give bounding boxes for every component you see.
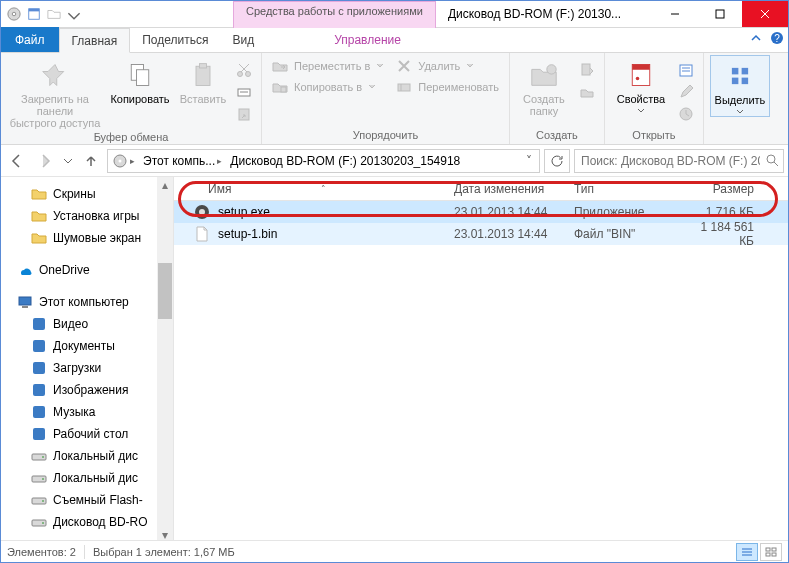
svg-line-34: [774, 162, 778, 166]
svg-rect-10: [196, 66, 210, 85]
properties-icon: [625, 59, 657, 91]
up-button[interactable]: [79, 149, 103, 173]
help-icon[interactable]: ?: [770, 31, 784, 45]
select-button[interactable]: Выделить: [710, 55, 770, 117]
breadcrumb-this-pc[interactable]: Этот компь...▸: [139, 150, 226, 172]
tab-share[interactable]: Поделиться: [130, 27, 220, 52]
svg-rect-36: [22, 306, 28, 308]
file-type: Приложение: [574, 205, 684, 219]
tree-node[interactable]: Рабочий стол: [1, 423, 173, 445]
open-mini-icon[interactable]: [675, 59, 697, 81]
group-new: Создать папку Создать: [510, 53, 605, 144]
minimize-button[interactable]: [652, 1, 697, 27]
window-controls: [652, 1, 788, 27]
paste-button[interactable]: Вставить: [177, 55, 229, 105]
music-icon: [31, 404, 47, 420]
copy-path-mini-icon[interactable]: [233, 81, 255, 103]
tree-node-label: Дисковод BD-RO: [53, 515, 148, 529]
tree-node[interactable]: Установка игры: [1, 205, 173, 227]
refresh-button[interactable]: [544, 149, 570, 173]
tree-node[interactable]: Документы: [1, 335, 173, 357]
svg-rect-59: [772, 553, 776, 556]
search-input[interactable]: [579, 153, 762, 169]
tree-node[interactable]: Локальный дис: [1, 445, 173, 467]
tree-node[interactable]: OneDrive: [1, 259, 173, 281]
svg-rect-28: [742, 68, 749, 75]
col-type[interactable]: Тип: [574, 182, 684, 196]
svg-point-1: [12, 12, 16, 16]
svg-point-24: [636, 77, 640, 81]
svg-rect-27: [732, 68, 739, 75]
tab-manage[interactable]: Управление: [304, 27, 431, 52]
edit-mini-icon[interactable]: [675, 81, 697, 103]
svg-text:?: ?: [774, 33, 780, 44]
svg-rect-38: [33, 340, 45, 352]
col-date[interactable]: Дата изменения: [454, 182, 574, 196]
tab-view[interactable]: Вид: [220, 27, 266, 52]
video-icon: [31, 316, 47, 332]
move-to-button[interactable]: Переместить в: [268, 55, 388, 76]
tree-scrollbar[interactable]: ▴▾: [157, 177, 173, 543]
copy-to-button[interactable]: Копировать в: [268, 76, 388, 97]
properties-button[interactable]: Свойства: [611, 55, 671, 115]
tree-node[interactable]: Музыка: [1, 401, 173, 423]
search-box[interactable]: [574, 149, 784, 173]
view-icons-button[interactable]: [760, 543, 782, 561]
ribbon-collapse-icon[interactable]: [750, 32, 762, 44]
tree-node[interactable]: Изображения: [1, 379, 173, 401]
new-folder-icon: [528, 59, 560, 91]
column-headers[interactable]: Имя˄ Дата изменения Тип Размер: [174, 177, 788, 201]
tab-home[interactable]: Главная: [59, 28, 131, 53]
breadcrumb-drive[interactable]: Дисковод BD-ROM (F:) 20130203_154918: [226, 150, 464, 172]
svg-rect-39: [33, 362, 45, 374]
forward-button[interactable]: [33, 149, 57, 173]
view-details-button[interactable]: [736, 543, 758, 561]
tree-node[interactable]: Шумовые экран: [1, 227, 173, 249]
svg-point-33: [767, 155, 775, 163]
cut-mini-icon[interactable]: [233, 59, 255, 81]
navigation-tree[interactable]: СкриныУстановка игрыШумовые экранOneDriv…: [1, 177, 174, 543]
svg-rect-37: [33, 318, 45, 330]
search-icon[interactable]: [766, 154, 779, 167]
file-date: 23.01.2013 14:44: [454, 205, 574, 219]
tree-node-label: Изображения: [53, 383, 128, 397]
recent-dropdown[interactable]: [61, 149, 75, 173]
col-size[interactable]: Размер: [684, 182, 764, 196]
easy-access-mini-icon[interactable]: [576, 81, 598, 103]
properties-qat-icon[interactable]: [27, 7, 41, 21]
tree-node[interactable]: Дисковод BD-RO: [1, 511, 173, 533]
tree-node[interactable]: Видео: [1, 313, 173, 335]
back-button[interactable]: [5, 149, 29, 173]
rename-button[interactable]: Переименовать: [392, 76, 503, 97]
tab-file[interactable]: Файл: [1, 27, 59, 52]
scrollbar-thumb[interactable]: [158, 263, 172, 319]
qat-dropdown-icon[interactable]: [67, 9, 77, 19]
copy-button[interactable]: Копировать: [107, 55, 173, 105]
tree-node-label: Рабочий стол: [53, 427, 128, 441]
new-item-mini-icon[interactable]: [576, 59, 598, 81]
history-mini-icon[interactable]: [675, 103, 697, 125]
address-dropdown[interactable]: ˅: [519, 154, 539, 168]
svg-rect-3: [29, 9, 40, 12]
tree-node[interactable]: Загрузки: [1, 357, 173, 379]
delete-button[interactable]: Удалить: [392, 55, 503, 76]
new-folder-button[interactable]: Создать папку: [516, 55, 572, 117]
tree-node[interactable]: Съемный Flash-: [1, 489, 173, 511]
tree-node[interactable]: Локальный дис: [1, 467, 173, 489]
new-folder-qat-icon[interactable]: [47, 7, 61, 21]
group-organize-label: Упорядочить: [353, 127, 418, 144]
context-tab-header: Средства работы с приложениями: [233, 1, 436, 28]
pictures-icon: [31, 382, 47, 398]
svg-rect-23: [632, 65, 650, 70]
pin-button[interactable]: Закрепить на панели быстрого доступа: [7, 55, 103, 129]
file-row[interactable]: setup-1.bin23.01.2013 14:44Файл "BIN"1 1…: [174, 223, 788, 245]
col-name[interactable]: Имя: [208, 182, 231, 196]
paste-shortcut-mini-icon[interactable]: [233, 103, 255, 125]
tree-node[interactable]: Этот компьютер: [1, 291, 173, 313]
maximize-button[interactable]: [697, 1, 742, 27]
close-button[interactable]: [742, 1, 788, 27]
tree-node[interactable]: Скрины: [1, 183, 173, 205]
disc-crumb-icon[interactable]: ▸: [108, 150, 139, 172]
address-bar[interactable]: ▸ Этот компь...▸ Дисковод BD-ROM (F:) 20…: [107, 149, 540, 173]
drive-icon: [31, 470, 47, 486]
